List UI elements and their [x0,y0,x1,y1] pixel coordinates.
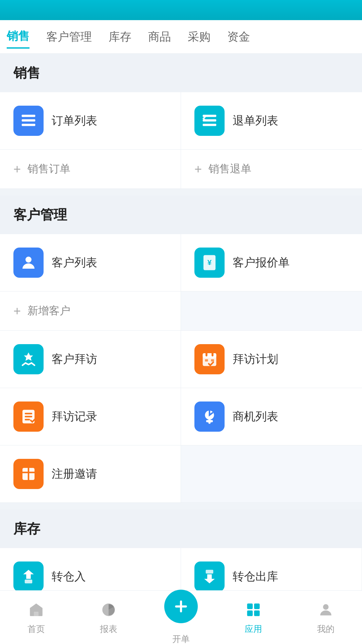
transfer-out-icon [200,568,219,586]
opportunity-list-icon-box [194,401,225,432]
return-list-item[interactable]: 退单列表 [181,92,362,150]
transfer-in-icon-box [13,561,44,592]
home-icon [26,600,46,620]
inventory-section-title: 库存 [13,521,40,536]
opportunity-icon [200,408,219,426]
customer-visit-item[interactable]: 客户拜访 [0,331,181,388]
add-customer-label: 新增客户 [27,304,70,318]
visit-record-icon-box [13,401,44,432]
register-invite-icon-box [13,459,44,489]
tab-purchase[interactable]: 采购 [188,26,210,48]
add-sales-return-item[interactable]: + 销售退单 [181,150,362,189]
add-sales-order-label: 销售订单 [27,162,70,176]
mine-icon [316,600,336,620]
empty-cell-1 [181,291,362,331]
nav-app[interactable]: 应用 [217,600,290,635]
customer-section: 客户管理 客户列表 ¥ [0,196,362,503]
add-sales-return-label: 销售退单 [208,162,251,176]
customer-quote-label: 客户报价单 [233,255,290,270]
register-invite-item[interactable]: 注册邀请 [0,445,181,503]
add-customer-plus: + [13,305,21,317]
report-icon [99,600,119,620]
add-sales-order-plus: + [13,163,21,175]
return-list-icon-box [194,106,225,136]
customer-icon [19,254,38,272]
customer-section-title: 客户管理 [13,207,67,222]
svg-rect-11 [203,353,217,358]
svg-rect-28 [34,612,39,616]
svg-rect-35 [254,610,260,616]
customer-list-icon-box [13,248,44,278]
order-list-label: 订单列表 [52,113,97,128]
inventory-section-header: 库存 [0,509,362,548]
report-label: 报表 [100,623,117,635]
nav-home[interactable]: 首页 [0,600,72,635]
tab-sales[interactable]: 销售 [7,25,29,49]
opportunity-list-label: 商机列表 [233,409,278,424]
tab-inventory[interactable]: 库存 [109,26,131,48]
quote-icon: ¥ [200,254,219,272]
svg-text:¥: ¥ [207,258,212,267]
nav-report[interactable]: 报表 [72,600,145,635]
svg-rect-26 [25,580,33,583]
svg-point-36 [323,604,329,610]
add-sales-order-item[interactable]: + 销售订单 [0,150,181,189]
nav-create[interactable]: 开单 [145,590,217,644]
list-icon [19,112,38,130]
order-list-item[interactable]: 订单列表 [0,92,181,150]
register-icon [19,465,38,483]
add-customer-item[interactable]: + 新增客户 [0,291,181,331]
svg-rect-34 [247,610,253,616]
svg-rect-15 [211,359,214,362]
customer-list-label: 客户列表 [52,255,97,270]
visit-record-icon [19,408,38,426]
create-button[interactable] [164,590,198,623]
svg-point-7 [25,257,32,263]
order-list-icon-box [13,106,44,136]
transfer-out-icon-box [194,561,225,592]
sales-section-header: 销售 [0,54,362,92]
app-label: 应用 [245,623,262,635]
visit-icon [19,350,38,368]
svg-rect-14 [205,359,208,362]
tab-customer[interactable]: 客户管理 [46,26,92,48]
svg-rect-6 [203,124,217,126]
customer-visit-label: 客户拜访 [52,352,97,367]
customer-section-header: 客户管理 [0,196,362,234]
home-label: 首页 [27,623,45,635]
return-list-icon [200,112,219,130]
customer-quote-icon-box: ¥ [194,248,225,278]
svg-rect-2 [22,124,36,126]
visit-plan-item[interactable]: 拜访计划 [181,331,362,388]
sales-section: 销售 订单列表 [0,54,362,189]
sales-section-title: 销售 [13,65,40,80]
main-content: 销售 订单列表 [0,54,362,644]
customer-menu-grid: 客户列表 ¥ 客户报价单 + 新增客户 [0,234,362,503]
svg-rect-32 [247,603,253,609]
customer-list-item[interactable]: 客户列表 [0,234,181,291]
bottom-navigation: 首页 报表 开单 [0,590,362,644]
tab-navigation: 销售 客户管理 库存 商品 采购 资金 [0,20,362,54]
opportunity-list-item[interactable]: 商机列表 [181,388,362,445]
tab-product[interactable]: 商品 [148,26,171,48]
add-sales-return-plus: + [194,163,202,175]
customer-visit-icon-box [13,344,44,374]
register-invite-label: 注册邀请 [52,466,97,482]
visit-plan-icon-box [194,344,225,374]
app-icon [243,600,263,620]
create-label: 开单 [172,633,190,644]
mine-label: 我的 [317,623,335,635]
visit-record-label: 拜访记录 [52,409,97,424]
tab-finance[interactable]: 资金 [227,26,250,48]
svg-rect-3 [22,115,25,117]
svg-rect-27 [206,570,214,574]
visit-plan-icon [200,350,219,368]
nav-mine[interactable]: 我的 [290,600,362,635]
transfer-out-label: 转仓出库 [233,569,278,584]
customer-quote-item[interactable]: ¥ 客户报价单 [181,234,362,291]
return-list-label: 退单列表 [233,113,278,128]
sales-menu-grid: 订单列表 退单列表 + 销售订单 [0,92,362,189]
visit-record-item[interactable]: 拜访记录 [0,388,181,445]
visit-plan-label: 拜访计划 [233,352,278,367]
transfer-in-label: 转仓入 [52,569,86,584]
